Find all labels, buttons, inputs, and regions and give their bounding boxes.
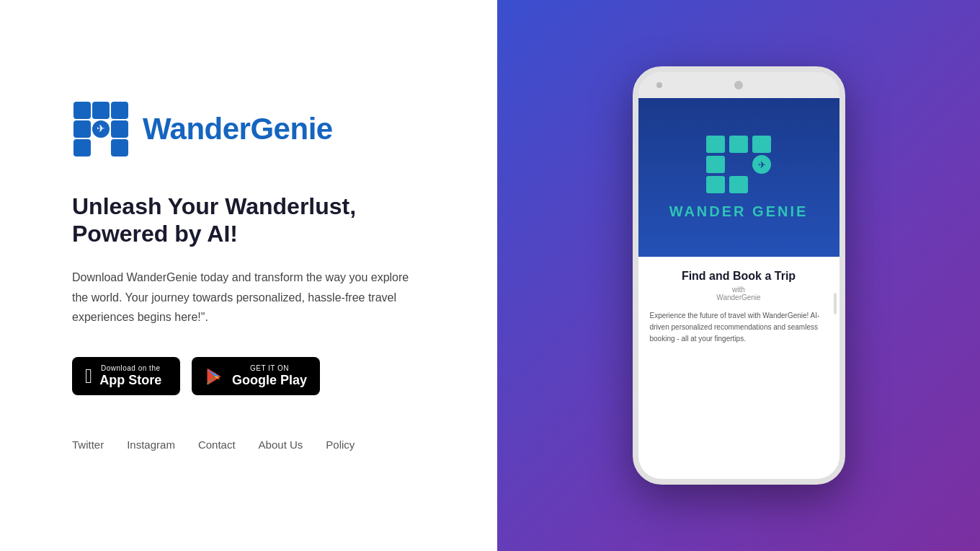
svg-rect-9 — [706, 136, 725, 153]
app-store-top-label: Download on the — [99, 364, 161, 373]
phone-mockup: ✈ Wander Genie Find and Book a Trip with… — [633, 66, 845, 485]
svg-rect-1 — [92, 102, 110, 119]
footer-link-contact[interactable]: Contact — [198, 438, 236, 451]
phone-speaker — [656, 82, 662, 88]
svg-rect-7 — [74, 139, 91, 157]
app-store-text: Download on the App Store — [99, 364, 161, 389]
svg-rect-16 — [729, 176, 748, 193]
footer-link-policy[interactable]: Policy — [326, 438, 355, 451]
app-find-title: Find and Book a Trip — [650, 270, 828, 283]
footer-links: Twitter Instagram Contact About Us Polic… — [72, 438, 425, 451]
google-play-bottom-label: Google Play — [232, 373, 307, 389]
svg-text:✈: ✈ — [97, 123, 105, 134]
phone-top-bar — [638, 72, 839, 98]
app-subtitle-brand: WanderGenie — [716, 294, 760, 301]
tagline: Unleash Your Wanderlust, Powered by AI! — [72, 193, 425, 248]
google-play-text: GET IT ON Google Play — [232, 364, 307, 389]
app-desc-text: Experience the future of travel with Wan… — [650, 310, 828, 345]
footer-link-twitter[interactable]: Twitter — [72, 438, 104, 451]
brand-logo-icon: ✈ — [72, 100, 130, 158]
right-panel: ✈ Wander Genie Find and Book a Trip with… — [497, 0, 980, 551]
brand-name: WanderGenie — [143, 112, 333, 146]
svg-rect-8 — [111, 139, 128, 157]
footer-link-instagram[interactable]: Instagram — [127, 438, 175, 451]
app-header-screen: ✈ Wander Genie — [638, 98, 839, 257]
app-store-button[interactable]:  Download on the App Store — [72, 357, 180, 396]
svg-rect-2 — [111, 102, 128, 119]
apple-icon:  — [85, 366, 92, 387]
app-find-subtitle: with WanderGenie — [650, 286, 828, 301]
google-play-icon — [205, 366, 225, 387]
google-play-top-label: GET IT ON — [232, 364, 307, 373]
phone-camera — [734, 81, 743, 89]
svg-rect-3 — [74, 120, 91, 138]
left-panel: ✈ WanderGenie Unleash Your Wanderlust, P… — [0, 0, 497, 551]
scroll-indicator — [834, 293, 837, 314]
footer-link-about-us[interactable]: About Us — [259, 438, 303, 451]
app-logo-svg: ✈ — [706, 136, 771, 193]
app-logo-grid-container: ✈ — [706, 136, 771, 196]
brand-description: Download WanderGenie today and transform… — [72, 268, 425, 327]
app-subtitle-with: with — [732, 286, 745, 294]
google-play-button[interactable]: GET IT ON Google Play — [192, 357, 320, 396]
svg-rect-6 — [111, 120, 128, 138]
svg-rect-15 — [706, 176, 725, 193]
phone-content: ✈ Wander Genie Find and Book a Trip with… — [638, 98, 839, 479]
svg-rect-11 — [752, 136, 771, 153]
svg-rect-0 — [74, 102, 91, 119]
logo-area: ✈ WanderGenie — [72, 100, 425, 158]
store-buttons-container:  Download on the App Store GET IT ON Go… — [72, 357, 425, 396]
app-body: Find and Book a Trip with WanderGenie Ex… — [638, 257, 839, 358]
svg-text:✈: ✈ — [758, 159, 766, 170]
svg-rect-12 — [706, 156, 725, 173]
svg-rect-10 — [729, 136, 748, 153]
app-store-bottom-label: App Store — [99, 373, 161, 389]
app-brand-name: Wander Genie — [669, 203, 808, 220]
